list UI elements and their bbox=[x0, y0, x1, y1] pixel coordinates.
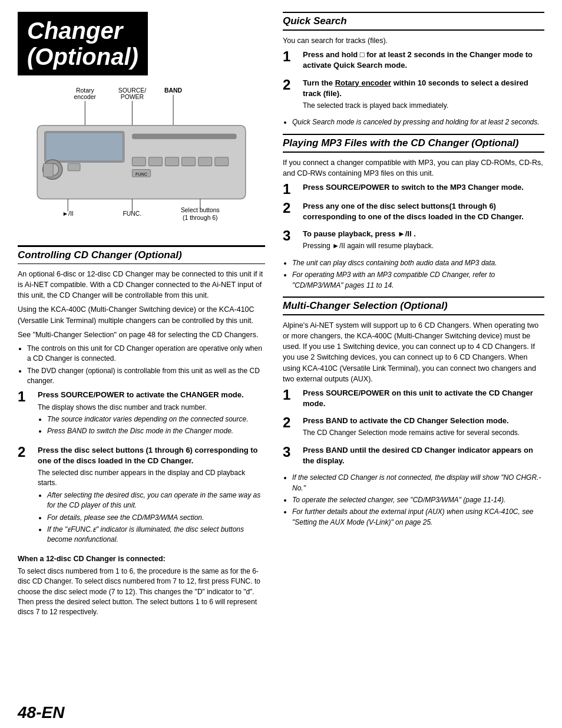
mp3-bullet-2: For operating MP3 with an MP3 compatible… bbox=[292, 270, 544, 291]
step-1-sub: The display shows the disc number and tr… bbox=[38, 403, 265, 413]
step-1-main: Press SOURCE/POWER to activate the CHANG… bbox=[38, 390, 265, 400]
mp3-step-2-content: Press any one of the disc select buttons… bbox=[303, 201, 544, 224]
controlling-step-2: 2 Press the disc select buttons (1 throu… bbox=[18, 445, 265, 549]
multi-changer-intro: Alpine's Ai-NET system will support up t… bbox=[283, 320, 544, 384]
step-2-bullet-3: If the "ᴇFUNC.ᴇ" indicator is illuminate… bbox=[47, 525, 265, 545]
mc-bullets: If the selected CD Changer is not connec… bbox=[292, 473, 544, 528]
controlling-intro3: See "Multi-Changer Selection" on page 48… bbox=[18, 330, 265, 340]
step-number-1: 1 bbox=[18, 390, 34, 404]
svg-text:SOURCE/: SOURCE/ bbox=[118, 87, 146, 94]
controlling-bullet-2: The DVD changer (optional) is controllab… bbox=[27, 366, 265, 387]
qs-step-1-content: Press and hold □ for at least 2 seconds … bbox=[303, 50, 544, 73]
mp3-step-num-2: 2 bbox=[283, 201, 299, 215]
svg-rect-20 bbox=[199, 157, 212, 166]
mp3-section-header: Playing MP3 Files with the CD Changer (O… bbox=[283, 134, 544, 153]
step-2-bullets: After selecting the desired disc, you ca… bbox=[47, 490, 265, 545]
mp3-step-num-3: 3 bbox=[283, 229, 299, 243]
multi-changer-header: Multi-Changer Selection (Optional) bbox=[283, 297, 544, 315]
mc-step-1-content: Press SOURCE/POWER on this unit to activ… bbox=[303, 388, 544, 411]
step-2-bullet-2: For details, please see the CD/MP3/WMA s… bbox=[47, 513, 265, 523]
qs-step-num-1: 1 bbox=[283, 50, 299, 64]
svg-rect-16 bbox=[132, 157, 146, 166]
qs-step-2-content: Turn the Rotary encoder within 10 second… bbox=[303, 78, 544, 113]
quick-search-header: Quick Search bbox=[283, 12, 544, 31]
mp3-step-3-content: To pause playback, press ►/II . Pressing… bbox=[303, 229, 544, 253]
quick-search-title: Quick Search bbox=[283, 15, 544, 27]
step-2-bullet-1: After selecting the desired disc, you ca… bbox=[47, 490, 265, 511]
controlling-bullet-1: The controls on this unit for CD Changer… bbox=[27, 344, 265, 364]
svg-rect-19 bbox=[182, 157, 196, 166]
mp3-step-1-content: Press SOURCE/POWER to switch to the MP3 … bbox=[303, 182, 544, 195]
qs-step-2-main: Turn the Rotary encoder within 10 second… bbox=[303, 78, 544, 99]
svg-text:(1 through 6): (1 through 6) bbox=[183, 215, 218, 221]
diagram-svg: Rotary encoder SOURCE/ POWER BAND bbox=[18, 84, 265, 237]
mc-bullet-2: To operate the selected changer, see "CD… bbox=[292, 495, 544, 505]
qs-step-2-sub: The selected track is played back immedi… bbox=[303, 101, 544, 111]
qs-note-list: Quick Search mode is canceled by pressin… bbox=[292, 117, 544, 127]
step-1-content: Press SOURCE/POWER to activate the CHANG… bbox=[38, 390, 265, 440]
mp3-step-2-main: Press any one of the disc select buttons… bbox=[303, 201, 544, 222]
mc-step-3: 3 Press BAND until the desired CD Change… bbox=[283, 445, 544, 468]
mp3-step-num-1: 1 bbox=[283, 182, 299, 196]
mc-step-2: 2 Press BAND to activate the CD Changer … bbox=[283, 416, 544, 440]
page-title-block: Changer (Optional) bbox=[18, 12, 148, 75]
step-number-2: 2 bbox=[18, 445, 34, 459]
controlling-intro2: Using the KCA-400C (Multi-Changer Switch… bbox=[18, 304, 265, 325]
twelve-disc-text: To select discs numbered from 1 to 6, th… bbox=[18, 566, 265, 618]
step-2-main: Press the disc select buttons (1 through… bbox=[38, 445, 265, 466]
svg-rect-15 bbox=[68, 163, 80, 170]
svg-rect-10 bbox=[46, 133, 123, 161]
mc-step-2-main: Press BAND to activate the CD Changer Se… bbox=[303, 416, 544, 426]
page-title: Changer (Optional) bbox=[27, 18, 138, 70]
controlling-bullets: The controls on this unit for CD Changer… bbox=[27, 344, 265, 387]
quick-search-intro: You can search for tracks (files). bbox=[283, 35, 544, 46]
mc-step-1: 1 Press SOURCE/POWER on this unit to act… bbox=[283, 388, 544, 411]
mp3-step-3: 3 To pause playback, press ►/II . Pressi… bbox=[283, 229, 544, 253]
device-diagram: Rotary encoder SOURCE/ POWER BAND bbox=[18, 84, 265, 237]
controlling-title: Controlling CD Changer (Optional) bbox=[18, 249, 265, 261]
svg-rect-18 bbox=[166, 157, 179, 166]
mc-bullet-3: For further details about the external i… bbox=[292, 507, 544, 528]
mc-step-2-content: Press BAND to activate the CD Changer Se… bbox=[303, 416, 544, 440]
controlling-intro1: An optional 6-disc or 12-disc CD Changer… bbox=[18, 269, 265, 301]
qs-step-1: 1 Press and hold □ for at least 2 second… bbox=[283, 50, 544, 73]
svg-text:BAND: BAND bbox=[164, 87, 183, 94]
mp3-step-2: 2 Press any one of the disc select butto… bbox=[283, 201, 544, 224]
twelve-disc-section: When a 12-disc CD Changer is connected: … bbox=[18, 554, 265, 618]
mc-step-3-content: Press BAND until the desired CD Changer … bbox=[303, 445, 544, 468]
mc-step-num-3: 3 bbox=[283, 445, 299, 459]
step-1-bullet-2: Press BAND to switch the Disc mode in th… bbox=[47, 426, 265, 436]
page-number: 48-EN bbox=[18, 703, 64, 722]
mc-step-2-sub: The CD Changer Selection mode remains ac… bbox=[303, 428, 544, 438]
mp3-bullet-1: The unit can play discs containing both … bbox=[292, 258, 544, 268]
mp3-intro: If you connect a changer compatible with… bbox=[283, 157, 544, 179]
step-1-bullet-1: The source indicator varies depending on… bbox=[47, 414, 265, 424]
svg-rect-17 bbox=[148, 157, 162, 166]
step-1-bullets: The source indicator varies depending on… bbox=[47, 414, 265, 437]
multi-changer-title: Multi-Changer Selection (Optional) bbox=[283, 300, 544, 312]
svg-text:encoder: encoder bbox=[74, 94, 97, 100]
twelve-disc-title: When a 12-disc CD Changer is connected: bbox=[18, 554, 265, 564]
controlling-step-1: 1 Press SOURCE/POWER to activate the CHA… bbox=[18, 390, 265, 440]
qs-step-num-2: 2 bbox=[283, 78, 299, 92]
mc-step-1-main: Press SOURCE/POWER on this unit to activ… bbox=[303, 388, 544, 409]
page-content: Changer (Optional) Rotary encoder SOURCE… bbox=[0, 0, 562, 633]
svg-rect-21 bbox=[215, 157, 229, 166]
qs-note: Quick Search mode is canceled by pressin… bbox=[292, 117, 544, 127]
page-wrapper: Changer (Optional) Rotary encoder SOURCE… bbox=[0, 0, 562, 728]
svg-rect-11 bbox=[132, 134, 236, 139]
mp3-title: Playing MP3 Files with the CD Changer (O… bbox=[283, 137, 544, 149]
svg-rect-14 bbox=[44, 163, 54, 177]
mp3-step-1: 1 Press SOURCE/POWER to switch to the MP… bbox=[283, 182, 544, 196]
svg-text:FUNC: FUNC bbox=[135, 172, 147, 177]
step-2-content: Press the disc select buttons (1 through… bbox=[38, 445, 265, 549]
mp3-step-3-main: To pause playback, press ►/II . bbox=[303, 229, 544, 239]
step-2-sub: The selected disc number appears in the … bbox=[38, 468, 265, 489]
controlling-section-header: Controlling CD Changer (Optional) bbox=[18, 245, 265, 264]
svg-text:Rotary: Rotary bbox=[76, 87, 94, 94]
mc-step-num-2: 2 bbox=[283, 416, 299, 430]
mp3-bullets: The unit can play discs containing both … bbox=[292, 258, 544, 291]
left-column: Changer (Optional) Rotary encoder SOURCE… bbox=[18, 12, 265, 621]
mc-bullet-1: If the selected CD Changer is not connec… bbox=[292, 473, 544, 493]
svg-text:POWER: POWER bbox=[121, 94, 144, 100]
